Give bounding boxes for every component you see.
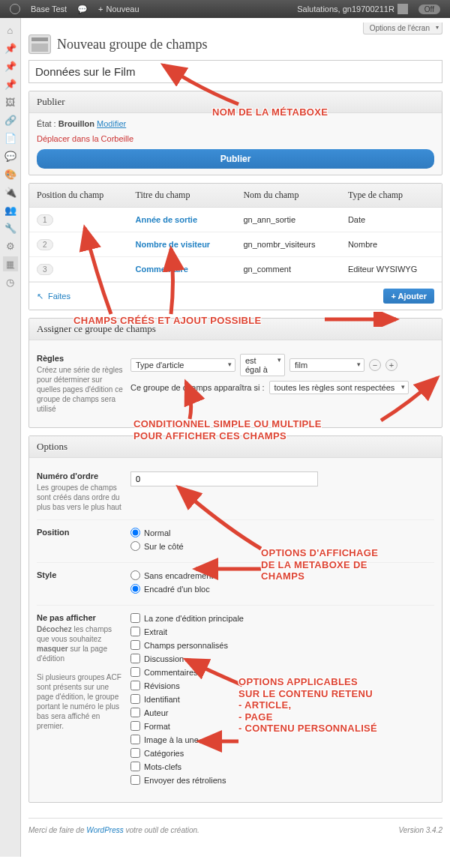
appear-label: Ce groupe de champs apparaîtra si : <box>130 383 265 392</box>
checkbox-option[interactable]: La zone d'édition principale <box>130 613 434 623</box>
field-title-link[interactable]: Année de sortie <box>136 215 198 224</box>
col-position: Position du champ <box>29 184 128 208</box>
menu-dashboard-icon[interactable]: ⌂ <box>3 22 18 37</box>
checkbox-input[interactable] <box>130 708 140 717</box>
field-title-link[interactable]: Nombre de visiteur <box>136 240 211 249</box>
checkbox-input[interactable] <box>130 721 140 731</box>
field-type: Editeur WYSIWYG <box>340 257 442 282</box>
menu-other-icon[interactable]: ◷ <box>3 274 18 289</box>
order-label: Numéro d'ordre <box>37 471 124 480</box>
drag-icon: ↖ <box>37 292 44 301</box>
rule-value-select[interactable]: film <box>290 358 364 372</box>
checkbox-input[interactable] <box>130 748 140 758</box>
group-title-input[interactable] <box>28 60 442 83</box>
checkbox-input[interactable] <box>130 762 140 771</box>
rule-remove-button[interactable]: − <box>369 359 381 371</box>
checkbox-input[interactable] <box>130 640 140 650</box>
checkbox-option[interactable]: Champs personnalisés <box>130 640 434 650</box>
plus-icon: + <box>98 4 103 13</box>
checkbox-input[interactable] <box>130 654 140 663</box>
off-toggle[interactable]: Off <box>413 4 446 14</box>
comments-menu[interactable]: 💬 <box>72 4 93 14</box>
radio-option[interactable]: Sur le côté <box>130 541 434 551</box>
radio-input[interactable] <box>130 528 140 537</box>
publish-box-title: Publier <box>29 91 442 113</box>
checkbox-option[interactable]: Format <box>130 721 434 731</box>
radio-option[interactable]: Normal <box>130 528 434 537</box>
trash-link[interactable]: Déplacer dans la Corbeille <box>37 134 134 143</box>
main-content: Options de l'écran Nouveau groupe de cha… <box>21 18 450 857</box>
checkbox-option[interactable]: Extrait <box>130 627 434 636</box>
field-title-link[interactable]: Commentaire <box>136 265 188 274</box>
position-label: Position <box>37 528 124 537</box>
new-content-menu[interactable]: +Nouveau <box>93 4 144 13</box>
radio-option[interactable]: Sans encadrement <box>130 570 434 580</box>
rule-add-button[interactable]: + <box>386 359 398 371</box>
checkbox-option[interactable]: Discussion <box>130 654 434 663</box>
rules-desc: Créez une série de règles pour détermine… <box>37 366 123 413</box>
wordpress-link[interactable]: WordPress <box>86 826 123 834</box>
menu-tools-icon[interactable]: 🔧 <box>3 220 18 235</box>
menu-media-icon[interactable]: 🖼 <box>3 94 18 109</box>
col-type: Type de champ <box>340 184 442 208</box>
version-text: Version 3.4.2 <box>398 826 442 834</box>
checkbox-option[interactable]: Image à la une <box>130 735 434 744</box>
drag-hint: ↖ Faites <box>37 292 379 301</box>
checkbox-input[interactable] <box>130 694 140 704</box>
checkbox-input[interactable] <box>130 627 140 636</box>
publish-button[interactable]: Publier <box>37 149 434 169</box>
screen-options-toggle[interactable]: Options de l'écran <box>363 22 442 34</box>
modify-status-link[interactable]: Modifier <box>97 119 126 128</box>
field-name: gn_comment <box>236 257 340 282</box>
user-greeting[interactable]: Salutations, gn19700211R <box>292 4 413 14</box>
site-name-menu[interactable]: Base Test <box>26 4 72 13</box>
admin-sidebar: ⌂ 📌 📌 📌 🖼 🔗 📄 💬 🎨 🔌 👥 🔧 ⚙ ▦ ◷ <box>0 18 21 857</box>
menu-plugins-icon[interactable]: 🔌 <box>3 184 18 199</box>
checkbox-input[interactable] <box>130 667 140 677</box>
checkbox-option[interactable]: Identifiant <box>130 694 434 704</box>
rule-param-select[interactable]: Type d'article <box>130 358 236 372</box>
menu-pages-icon[interactable]: 📄 <box>3 130 18 145</box>
checkbox-option[interactable]: Commentaires <box>130 667 434 677</box>
checkbox-option[interactable]: Révisions <box>130 681 434 690</box>
radio-input[interactable] <box>130 584 140 594</box>
wp-logo-menu[interactable] <box>4 4 26 14</box>
menu-links-icon[interactable]: 🔗 <box>3 112 18 127</box>
field-name: gn_nombr_visiteurs <box>236 232 340 257</box>
rule-operator-select[interactable]: est égal à <box>240 354 285 376</box>
checkbox-option[interactable]: Envoyer des rétroliens <box>130 775 434 785</box>
field-position: 2 <box>37 239 53 250</box>
menu-users-icon[interactable]: 👥 <box>3 202 18 217</box>
field-position: 3 <box>37 264 53 275</box>
add-field-button[interactable]: + Ajouter <box>383 289 434 304</box>
table-row[interactable]: 2 Nombre de visiteur gn_nombr_visiteurs … <box>29 232 442 257</box>
menu-custom1-icon[interactable]: 📌 <box>3 58 18 73</box>
checkbox-input[interactable] <box>130 613 140 623</box>
table-row[interactable]: 3 Commentaire gn_comment Editeur WYSIWYG <box>29 257 442 282</box>
checkbox-option[interactable]: Auteur <box>130 708 434 717</box>
checkbox-label: Discussion <box>144 654 184 663</box>
menu-comments-icon[interactable]: 💬 <box>3 148 18 163</box>
radio-input[interactable] <box>130 541 140 551</box>
checkbox-input[interactable] <box>130 681 140 690</box>
checkbox-input[interactable] <box>130 735 140 744</box>
checkbox-label: La zone d'édition principale <box>144 614 244 623</box>
footer: Merci de faire de WordPress votre outil … <box>28 818 442 842</box>
checkbox-option[interactable]: Mots-clefs <box>130 762 434 771</box>
table-row[interactable]: 1 Année de sortie gn_ann_sortie Date <box>29 208 442 232</box>
menu-appearance-icon[interactable]: 🎨 <box>3 166 18 181</box>
radio-input[interactable] <box>130 570 140 580</box>
menu-settings-icon[interactable]: ⚙ <box>3 238 18 253</box>
menu-posts-icon[interactable]: 📌 <box>3 40 18 55</box>
checkbox-input[interactable] <box>130 775 140 785</box>
appear-select[interactable]: toutes les règles sont respectées <box>269 381 410 394</box>
menu-custom2-icon[interactable]: 📌 <box>3 76 18 91</box>
order-input[interactable] <box>130 471 318 486</box>
radio-label: Sans encadrement <box>144 571 213 580</box>
radio-label: Sur le côté <box>144 542 184 551</box>
radio-option[interactable]: Encadré d'un bloc <box>130 584 434 594</box>
checkbox-option[interactable]: Catégories <box>130 748 434 758</box>
fields-box: Position du champ Titre du champ Nom du … <box>28 183 442 310</box>
avatar <box>398 4 408 14</box>
menu-acf-icon[interactable]: ▦ <box>3 256 18 271</box>
